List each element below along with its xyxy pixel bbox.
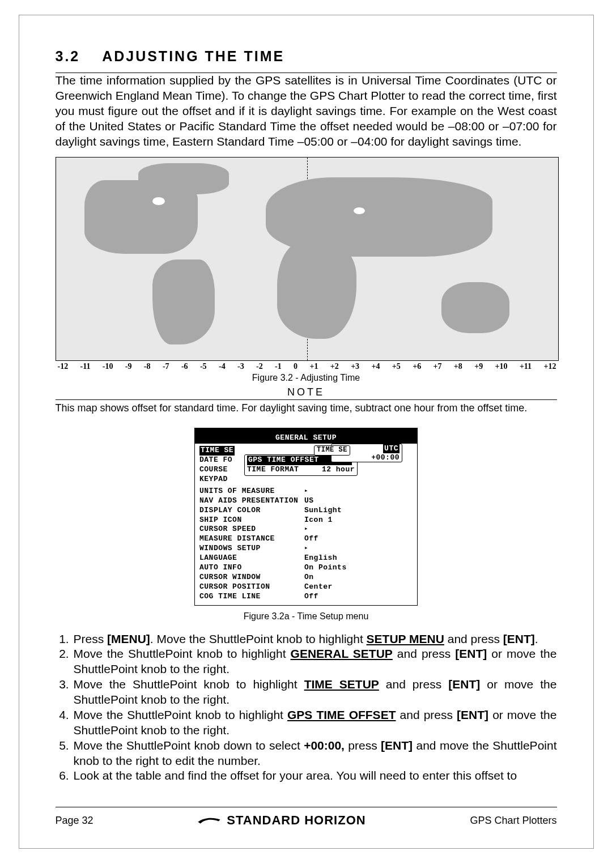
axis-label: +3: [351, 362, 359, 371]
section-number: 3.2: [56, 48, 80, 64]
note-text: This map shows offset for standard time.…: [56, 402, 557, 414]
step-text: . Move the ShuttlePoint knob to highligh…: [150, 632, 367, 645]
axis-label: +1: [309, 362, 318, 371]
axis-label: -7: [163, 362, 169, 371]
footer-right: GPS Chart Plotters: [470, 815, 556, 827]
step-3: Move the ShuttlePoint knob to highlight …: [73, 677, 557, 708]
axis-label: +2: [330, 362, 339, 371]
menu-row: AUTO INFOOn Points: [199, 563, 413, 573]
map-axis: -12 -11 -10 -9 -8 -7 -6 -5 -4 -3 -2 -1 0…: [56, 361, 559, 371]
menu-value: Off: [304, 592, 413, 602]
step-term: SETUP MENU: [367, 632, 444, 645]
lake-1: [152, 197, 165, 205]
step-key: [ENT]: [448, 678, 480, 691]
axis-label: +8: [454, 362, 462, 371]
step-text: press: [345, 739, 381, 752]
menu-key: MEASURE DISTANCE: [199, 534, 304, 544]
menu-key: COG TIME LINE: [199, 592, 304, 602]
menu-value: US: [304, 496, 413, 506]
menu-title: GENERAL SETUP: [195, 433, 417, 444]
step-text: Press: [74, 632, 108, 645]
menu-left-label: TIME SE: [199, 446, 235, 456]
step-text: and press: [393, 647, 455, 660]
continent-greenland: [138, 163, 229, 194]
step-text: and press: [444, 632, 503, 645]
menu-key: SHIP ICON: [199, 516, 304, 525]
step-key: [ENT]: [381, 739, 413, 752]
menu-row: COG TIME LINEOff: [199, 592, 413, 602]
menu-value: On Points: [304, 563, 413, 573]
menu-row: WINDOWS SETUP▸: [199, 544, 413, 554]
axis-label: -6: [181, 362, 188, 371]
step-key: [ENT]: [455, 647, 487, 660]
menu-key: AUTO INFO: [199, 563, 304, 573]
axis-label: +9: [474, 362, 483, 371]
step-text: Move the ShuttlePoint knob to highlight: [74, 647, 291, 660]
brand-swoosh-icon: [197, 815, 221, 826]
axis-label: -11: [80, 362, 91, 371]
timezone-map: [56, 157, 559, 361]
menu-row: CURSOR POSITIONCenter: [199, 582, 413, 592]
menu-row: CURSOR SPEED▸: [199, 525, 413, 534]
page: 3.2 ADJUSTING THE TIME The time informat…: [19, 15, 594, 849]
menu-value: ▸: [304, 544, 413, 554]
note-label: NOTE: [56, 386, 557, 398]
menu-key: CURSOR POSITION: [199, 582, 304, 592]
menu-key: UNITS OF MEASURE: [199, 487, 304, 496]
menu-row: MEASURE DISTANCEOff: [199, 534, 413, 544]
step-term: TIME SETUP: [304, 678, 379, 691]
menu-body: TIME SE UTC +00:00 TIME SE DATE FO COURS…: [195, 444, 417, 605]
menu-key: WINDOWS SETUP: [199, 544, 304, 554]
axis-label: -4: [219, 362, 226, 371]
menu-key: DISPLAY COLOR: [199, 506, 304, 516]
menu-top-bar: [195, 428, 417, 433]
menu-value: English: [304, 554, 413, 563]
continent-australia: [441, 282, 509, 333]
popup-time-se-label: TIME SE: [314, 445, 350, 456]
menu-row: NAV AIDS PRESENTATIONUS: [199, 496, 413, 506]
menu-key: CURSOR WINDOW: [199, 573, 304, 582]
menu-row: SHIP ICONIcon 1: [199, 516, 413, 525]
step-text: .: [535, 632, 538, 645]
axis-label: +7: [434, 362, 442, 371]
axis-label: +11: [520, 362, 532, 371]
axis-label: 0: [294, 362, 298, 371]
continent-sa: [152, 259, 215, 344]
menu-key: LANGUAGE: [199, 554, 304, 563]
brand: STANDARD HORIZON: [197, 813, 366, 828]
menu-value: Off: [304, 534, 413, 544]
section-heading: 3.2 ADJUSTING THE TIME: [56, 48, 557, 65]
axis-label: -2: [256, 362, 263, 371]
figure-2-caption: Figure 3.2a - Time Setup menu: [56, 611, 557, 622]
intro-paragraph: The time information supplied by the GPS…: [56, 73, 557, 149]
brand-text: STANDARD HORIZON: [227, 813, 366, 828]
axis-label: +5: [392, 362, 401, 371]
axis-label: +10: [495, 362, 508, 371]
menu-screenshot: GENERAL SETUP TIME SE UTC +00:00 TIME SE…: [194, 428, 418, 605]
step-6: Look at the table and find the offset fo…: [73, 768, 557, 784]
steps-list: Press [MENU]. Move the ShuttlePoint knob…: [56, 632, 557, 784]
axis-label: -1: [275, 362, 282, 371]
menu-row: DISPLAY COLORSunLight: [199, 506, 413, 516]
popup-utc-label: UTC: [383, 444, 400, 453]
menu-row: LANGUAGEEnglish: [199, 554, 413, 563]
axis-label: -9: [125, 362, 132, 371]
axis-label: -8: [144, 362, 151, 371]
step-text: Move the ShuttlePoint knob to highlight: [74, 678, 304, 691]
step-text: Move the ShuttlePoint knob to highlight: [74, 708, 287, 721]
step-key: [ENT]: [457, 708, 488, 721]
step-5: Move the ShuttlePoint knob down to selec…: [73, 738, 557, 769]
menu-value: SunLight: [304, 506, 413, 516]
step-4: Move the ShuttlePoint knob to highlight …: [73, 708, 557, 738]
popup-time-format-value: 12 hour: [315, 465, 355, 475]
step-term: GENERAL SETUP: [291, 647, 393, 660]
menu-value: ▸: [304, 487, 413, 496]
step-1: Press [MENU]. Move the ShuttlePoint knob…: [73, 632, 557, 647]
step-text: Move the ShuttlePoint knob down to selec…: [74, 739, 304, 752]
section-title: ADJUSTING THE TIME: [102, 48, 284, 64]
figure-1-caption: Figure 3.2 - Adjusting Time: [56, 373, 557, 383]
step-2: Move the ShuttlePoint knob to highlight …: [73, 646, 557, 677]
step-key: [ENT]: [503, 632, 535, 645]
axis-label: -5: [200, 362, 207, 371]
axis-label: +12: [543, 362, 556, 371]
